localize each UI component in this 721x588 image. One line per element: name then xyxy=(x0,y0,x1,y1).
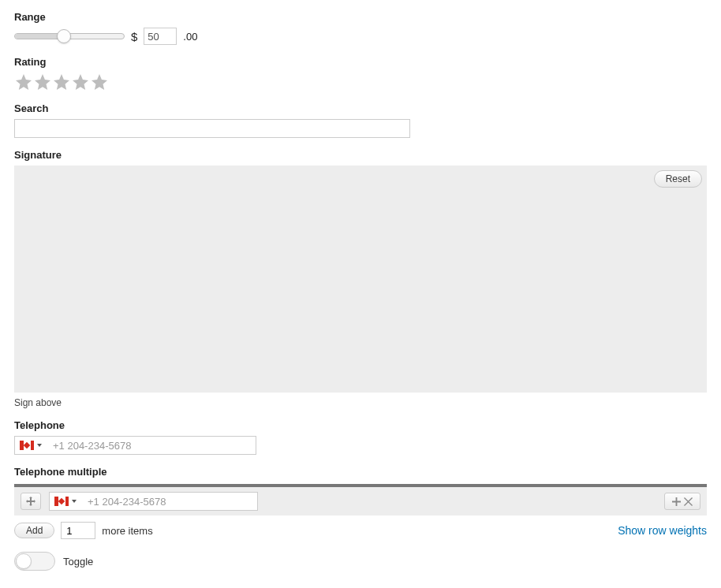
telephone-row xyxy=(14,487,707,515)
telephone-wrapper xyxy=(49,492,258,511)
range-label: Range xyxy=(14,11,707,23)
show-row-weights-link[interactable]: Show row weights xyxy=(618,524,707,537)
canada-flag-icon xyxy=(54,497,69,506)
telephone-input[interactable] xyxy=(81,493,257,510)
range-slider[interactable] xyxy=(14,33,125,39)
toggle-switch[interactable] xyxy=(14,552,55,571)
currency-prefix: $ xyxy=(131,30,137,43)
signature-label: Signature xyxy=(14,149,707,161)
chevron-down-icon xyxy=(72,500,77,503)
row-actions[interactable] xyxy=(664,493,700,510)
star-icon[interactable] xyxy=(52,73,71,91)
plus-icon xyxy=(672,497,681,506)
telephone-multiple-label: Telephone multiple xyxy=(14,466,707,478)
toggle-thumb xyxy=(16,553,32,569)
toggle-label: Toggle xyxy=(63,556,93,568)
add-count-input[interactable] xyxy=(61,522,95,539)
add-button[interactable]: Add xyxy=(14,523,54,538)
toggle-field: Toggle xyxy=(14,552,707,571)
range-field: Range $ .00 xyxy=(14,11,707,45)
telephone-field: Telephone xyxy=(14,419,707,455)
range-slider-thumb[interactable] xyxy=(57,29,71,43)
country-select[interactable] xyxy=(15,437,47,454)
star-icon[interactable] xyxy=(33,73,52,91)
canada-flag-icon xyxy=(20,441,34,450)
rating-label: Rating xyxy=(14,56,707,68)
chevron-down-icon xyxy=(37,444,42,447)
star-icon[interactable] xyxy=(14,73,33,91)
add-row: Add more items Show row weights xyxy=(14,522,707,539)
country-select[interactable] xyxy=(50,493,81,510)
star-icon[interactable] xyxy=(71,73,90,91)
currency-suffix: .00 xyxy=(183,31,197,43)
close-icon xyxy=(684,497,693,506)
search-label: Search xyxy=(14,102,707,114)
reset-button[interactable]: Reset xyxy=(654,170,702,188)
telephone-input[interactable] xyxy=(47,437,256,454)
telephone-wrapper xyxy=(14,436,256,455)
range-row: $ .00 xyxy=(14,28,707,45)
telephone-label: Telephone xyxy=(14,419,707,431)
rating-stars xyxy=(14,73,707,91)
signature-field: Signature Reset Sign above xyxy=(14,149,707,408)
signature-pad[interactable]: Reset xyxy=(14,166,707,393)
signature-hint: Sign above xyxy=(14,397,707,408)
star-icon[interactable] xyxy=(90,73,109,91)
search-field: Search xyxy=(14,102,707,138)
telephone-multiple-field: Telephone multiple Add more items Show r… xyxy=(14,466,707,539)
drag-handle[interactable] xyxy=(21,493,41,510)
range-value-input[interactable] xyxy=(144,28,177,45)
move-icon xyxy=(26,497,35,506)
search-input[interactable] xyxy=(14,119,410,138)
more-items-text: more items xyxy=(102,525,152,537)
rating-field: Rating xyxy=(14,56,707,91)
